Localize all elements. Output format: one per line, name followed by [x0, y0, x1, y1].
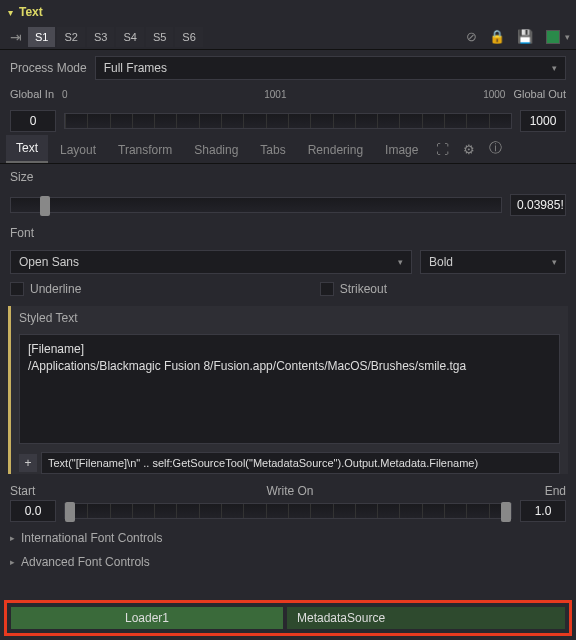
process-mode-label: Process Mode: [10, 61, 87, 75]
size-field[interactable]: 0.03985!: [510, 194, 566, 216]
lock-icon[interactable]: 🔒: [484, 29, 510, 44]
strikeout-label: Strikeout: [340, 282, 566, 296]
font-weight-value: Bold: [429, 255, 453, 269]
styled-text-line1: [Filename]: [28, 341, 551, 358]
range-slider[interactable]: [64, 113, 512, 129]
tab-image[interactable]: Image: [375, 137, 428, 163]
styled-text-input[interactable]: [Filename] /Applications/Blackmagic Fusi…: [19, 334, 560, 444]
tab-layout[interactable]: Layout: [50, 137, 106, 163]
size-label: Size: [10, 170, 33, 184]
add-expression-button[interactable]: +: [19, 454, 37, 472]
chevron-down-icon: ▾: [552, 257, 557, 267]
font-label: Font: [10, 226, 34, 240]
tab-grid-icon[interactable]: ⛶: [430, 136, 455, 163]
strikeout-checkbox[interactable]: [320, 282, 334, 296]
adv-font-controls-label: Advanced Font Controls: [21, 555, 150, 569]
writeon-end-label: End: [545, 484, 566, 498]
writeon-start-field[interactable]: 0.0: [10, 500, 56, 522]
version-s3[interactable]: S3: [87, 27, 114, 47]
global-in-field[interactable]: 0: [10, 110, 56, 132]
font-family-select[interactable]: Open Sans ▾: [10, 250, 412, 274]
styled-text-label: Styled Text: [11, 306, 568, 330]
process-mode-value: Full Frames: [104, 61, 167, 75]
disable-icon[interactable]: ⊘: [461, 29, 482, 44]
writeon-start-label: Start: [10, 484, 35, 498]
version-s2[interactable]: S2: [57, 27, 84, 47]
process-mode-select[interactable]: Full Frames ▾: [95, 56, 566, 80]
writeon-end-field[interactable]: 1.0: [520, 500, 566, 522]
global-in-label: Global In: [10, 88, 54, 100]
scale-mid: 1001: [264, 89, 286, 100]
tab-text[interactable]: Text: [6, 135, 48, 163]
size-slider[interactable]: [10, 197, 502, 213]
scale-start: 0: [62, 89, 68, 100]
save-icon[interactable]: 💾: [512, 29, 538, 44]
writeon-slider[interactable]: [64, 503, 512, 519]
version-s5[interactable]: S5: [146, 27, 173, 47]
scale-end: 1000: [483, 89, 505, 100]
pin-icon[interactable]: ⇥: [6, 29, 26, 45]
tab-transform[interactable]: Transform: [108, 137, 182, 163]
tab-shading[interactable]: Shading: [184, 137, 248, 163]
global-out-label: Global Out: [513, 88, 566, 100]
version-s4[interactable]: S4: [116, 27, 143, 47]
color-swatch[interactable]: [546, 30, 560, 44]
collapse-icon[interactable]: ▾: [8, 7, 13, 18]
version-s6[interactable]: S6: [175, 27, 202, 47]
chevron-down-icon: ▾: [398, 257, 403, 267]
global-out-field[interactable]: 1000: [520, 110, 566, 132]
tool-title: Text: [19, 5, 43, 19]
swatch-dropdown-icon[interactable]: ▾: [565, 32, 570, 42]
tab-rendering[interactable]: Rendering: [298, 137, 373, 163]
font-weight-select[interactable]: Bold ▾: [420, 250, 566, 274]
underline-checkbox[interactable]: [10, 282, 24, 296]
chevron-right-icon: ▸: [10, 557, 15, 567]
intl-font-controls-label: International Font Controls: [21, 531, 162, 545]
intl-font-controls-toggle[interactable]: ▸ International Font Controls: [0, 526, 576, 550]
metadata-footer: Loader1 MetadataSource: [4, 600, 572, 636]
footer-source[interactable]: MetadataSource: [287, 607, 565, 629]
expression-field[interactable]: Text("[Filename]\n" .. self:GetSourceToo…: [41, 452, 560, 474]
chevron-down-icon: ▾: [552, 63, 557, 73]
version-s1[interactable]: S1: [28, 27, 55, 47]
tab-info-icon[interactable]: ⓘ: [483, 133, 508, 163]
tab-tabs[interactable]: Tabs: [250, 137, 295, 163]
footer-loader[interactable]: Loader1: [11, 607, 283, 629]
underline-label: Underline: [30, 282, 81, 296]
chevron-right-icon: ▸: [10, 533, 15, 543]
font-family-value: Open Sans: [19, 255, 79, 269]
tab-gear-icon[interactable]: ⚙: [457, 136, 481, 163]
styled-text-line2: /Applications/Blackmagic Fusion 8/Fusion…: [28, 358, 551, 375]
adv-font-controls-toggle[interactable]: ▸ Advanced Font Controls: [0, 550, 576, 574]
writeon-title: Write On: [266, 484, 313, 498]
